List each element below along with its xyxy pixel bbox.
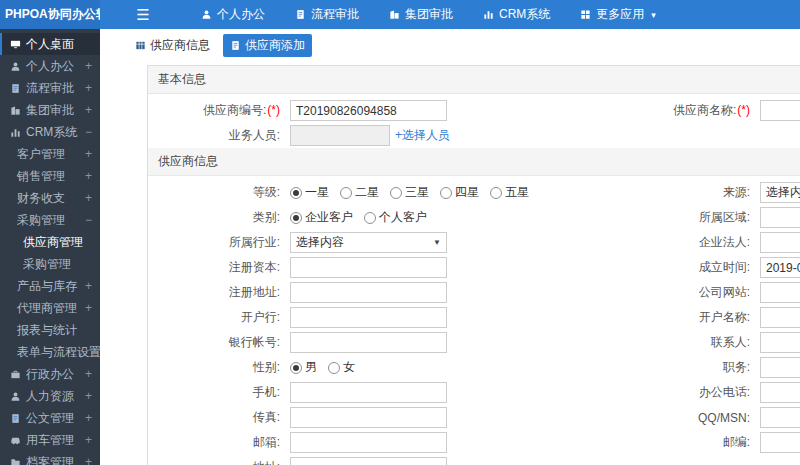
sidebar-item[interactable]: 档案管理+ (0, 451, 100, 465)
form-row: 供应商编号:(*)供应商名称:(*) (148, 98, 800, 123)
sidebar-item-label: 用车管理 (26, 432, 74, 449)
radio-option[interactable]: 五星 (490, 184, 529, 201)
text-input[interactable] (290, 382, 447, 403)
text-input[interactable] (290, 307, 447, 328)
field (760, 257, 800, 278)
expand-plus-icon: + (85, 147, 100, 161)
chevron-down-icon: ▼ (433, 238, 441, 247)
sidebar-item[interactable]: CRM系统− (0, 121, 100, 143)
text-input[interactable] (760, 257, 800, 278)
sidebar-item[interactable]: 财务收支+ (0, 187, 100, 209)
sidebar-item[interactable]: 表单与流程设置+ (0, 341, 100, 363)
sidebar-item[interactable]: 个人办公+ (0, 55, 100, 77)
expand-plus-icon: + (85, 191, 100, 205)
sidebar-item[interactable]: 人力资源+ (0, 385, 100, 407)
sidebar-item[interactable]: 用车管理+ (0, 429, 100, 451)
field-label-text: 供应商名称: (673, 103, 736, 117)
field-label: QQ/MSN: (600, 411, 760, 425)
radio-option[interactable]: 一星 (290, 184, 329, 201)
field-label-text: 注册资本: (229, 260, 280, 274)
sidebar-item[interactable]: 供应商管理 (0, 231, 100, 253)
radio-icon (290, 187, 302, 199)
field (760, 307, 800, 328)
nav-item[interactable]: 个人办公 (186, 0, 280, 29)
text-input[interactable] (760, 232, 800, 253)
field (760, 332, 800, 353)
field (290, 407, 600, 428)
radio-icon (364, 212, 376, 224)
text-input[interactable] (760, 282, 800, 303)
text-input[interactable] (290, 432, 447, 453)
desktop-icon (10, 39, 21, 50)
sidebar-item[interactable]: 采购管理− (0, 209, 100, 231)
sidebar-item-label: CRM系统 (26, 124, 77, 141)
nav-item[interactable]: CRM系统 (468, 0, 565, 29)
field-label: 地址: (148, 459, 290, 465)
sidebar-item[interactable]: 公文管理+ (0, 407, 100, 429)
radio-option[interactable]: 个人客户 (364, 209, 427, 226)
text-input[interactable] (760, 407, 800, 428)
text-input[interactable] (290, 257, 447, 278)
radio-option[interactable]: 三星 (390, 184, 429, 201)
nav-item[interactable]: 集团审批 (374, 0, 468, 29)
sidebar-item[interactable]: 客户管理+ (0, 143, 100, 165)
sidebar-item-label: 流程审批 (26, 80, 74, 97)
field-label: 联系人: (600, 334, 760, 351)
flow-icon (10, 83, 21, 94)
text-input[interactable] (290, 457, 447, 465)
nav-item[interactable]: 流程审批 (280, 0, 374, 29)
text-input[interactable] (760, 357, 800, 378)
text-input[interactable] (760, 207, 800, 228)
radio-option[interactable]: 二星 (340, 184, 379, 201)
text-input[interactable] (760, 332, 800, 353)
chart-icon (483, 9, 494, 20)
section-header: 基本信息 (148, 66, 800, 94)
sidebar-item[interactable]: 销售管理+ (0, 165, 100, 187)
staff-input[interactable] (290, 125, 390, 146)
tab-0[interactable]: 供应商信息 (128, 34, 217, 57)
select-dropdown[interactable]: 选择内容▼ (760, 182, 800, 203)
menu-icon[interactable]: ☰ (128, 6, 158, 24)
sidebar-item[interactable]: 采购管理 (0, 253, 100, 275)
nav-item[interactable]: 更多应用▾ (565, 0, 671, 29)
text-input[interactable] (290, 100, 447, 121)
sidebar-item[interactable]: 集团审批+ (0, 99, 100, 121)
field (290, 332, 600, 353)
tab-1[interactable]: 供应商添加 (223, 34, 312, 57)
expand-plus-icon: + (85, 301, 100, 315)
sidebar-item[interactable]: 行政办公+ (0, 363, 100, 385)
text-input[interactable] (290, 332, 447, 353)
radio-option[interactable]: 四星 (440, 184, 479, 201)
field-label-text: 所属行业: (229, 235, 280, 249)
form-panel: 基本信息供应商编号:(*)供应商名称:(*)业务人员:+选择人员供应商信息等级:… (147, 65, 800, 465)
radio-label: 五星 (505, 184, 529, 201)
field-label: 邮箱: (148, 434, 290, 451)
text-input[interactable] (760, 307, 800, 328)
choose-person-link[interactable]: +选择人员 (395, 127, 450, 144)
user-icon (201, 9, 212, 20)
expand-plus-icon: + (85, 367, 100, 381)
text-input[interactable] (290, 282, 447, 303)
radio-label: 三星 (405, 184, 429, 201)
expand-plus-icon: + (85, 103, 100, 117)
form-row: 等级:一星二星三星四星五星来源:选择内容▼ (148, 180, 800, 205)
radio-option[interactable]: 企业客户 (290, 209, 353, 226)
text-input[interactable] (760, 382, 800, 403)
text-input[interactable] (760, 100, 800, 121)
sidebar-item[interactable]: 产品与库存+ (0, 275, 100, 297)
field (290, 100, 600, 121)
field-label-text: 业务人员: (229, 128, 280, 142)
select-dropdown[interactable]: 选择内容▼ (290, 232, 447, 253)
sidebar-item[interactable]: 个人桌面 (0, 33, 100, 55)
text-input[interactable] (290, 407, 447, 428)
sidebar-item[interactable]: 代理商管理+ (0, 297, 100, 319)
sidebar-item[interactable]: 报表与统计 (0, 319, 100, 341)
radio-icon (390, 187, 402, 199)
sidebar-item[interactable]: 流程审批+ (0, 77, 100, 99)
text-input[interactable] (760, 432, 800, 453)
field-label-text: 性别: (253, 360, 280, 374)
form-row: 开户行:开户名称: (148, 305, 800, 330)
radio-option[interactable]: 男 (290, 359, 317, 376)
radio-option[interactable]: 女 (328, 359, 355, 376)
sidebar-item-label: 个人办公 (26, 58, 74, 75)
